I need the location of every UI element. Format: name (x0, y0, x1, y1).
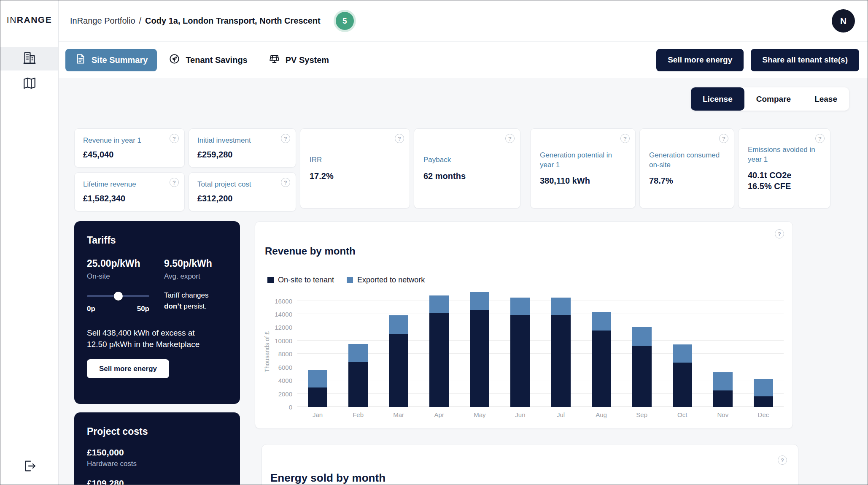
kpi-revenue-year1: Revenue in year 1 £45,040 ? (74, 128, 185, 168)
sell-more-energy-card-button[interactable]: Sell more energy (87, 359, 169, 378)
project-costs-card: Project costs £150,000 Hardware costs £1… (74, 412, 240, 485)
help-icon[interactable]: ? (815, 134, 825, 143)
tab-tenant-savings[interactable]: Tenant Savings (159, 49, 256, 71)
toggle-license[interactable]: License (691, 87, 744, 111)
revenue-chart-title: Revenue by month (265, 245, 793, 257)
kpi-value-line1: 40.1t CO2e (748, 170, 821, 181)
share-tenant-sites-button[interactable]: Share all tenant site(s) (751, 49, 859, 71)
help-icon[interactable]: ? (170, 134, 179, 143)
tariffs-card: Tariffs 25.00p/kWh On-site 0p (74, 221, 240, 404)
help-icon[interactable]: ? (395, 134, 404, 143)
kpi-generation-potential: Generation potential in year 1 380,110 k… (530, 128, 636, 209)
bar-aug (592, 312, 611, 407)
help-icon[interactable]: ? (778, 455, 787, 465)
x-tick-label: Apr (429, 411, 449, 418)
energy-sold-card: ? Energy sold by month (261, 444, 798, 485)
bars-row (297, 291, 784, 407)
legend-label: On-site to tenant (278, 276, 334, 284)
kpi-label: Lifetime revenue (83, 180, 176, 189)
bar-segment-exported (389, 315, 408, 334)
help-icon[interactable]: ? (281, 178, 290, 187)
bar-may (470, 292, 489, 407)
tariff-slider[interactable] (87, 292, 149, 301)
bar-jun (510, 298, 530, 407)
bar-segment-exported (470, 292, 489, 310)
kpi-value: £259,280 (197, 149, 287, 160)
kpi-generation-consumed: Generation consumed on-site 78.7% ? (639, 128, 734, 209)
bar-nov (713, 372, 733, 407)
toggle-compare[interactable]: Compare (744, 87, 803, 111)
tab-label: Site Summary (92, 55, 148, 65)
kpi-emissions-avoided: Emissions avoided in year 1 40.1t CO2e 1… (738, 128, 830, 209)
breadcrumb-current: Cody 1a, London Transport, North Crescen… (145, 16, 321, 26)
y-tick-label: 14000 (275, 311, 292, 318)
solar-panel-icon (269, 53, 280, 67)
avatar[interactable]: N (832, 9, 855, 33)
tab-pv-system[interactable]: PV System (259, 49, 338, 71)
top-actions: Sell more energy Share all tenant site(s… (656, 49, 859, 71)
logout-icon (22, 459, 37, 475)
kpi-payback: Payback 62 months ? (414, 128, 520, 209)
legend-label: Exported to network (357, 276, 425, 284)
x-tick-label: Dec (754, 411, 773, 418)
bar-mar (389, 315, 408, 407)
help-icon[interactable]: ? (620, 134, 630, 143)
note-suffix: persist. (182, 302, 207, 310)
note-bold: don’t (164, 302, 182, 310)
kpi-value: £45,040 (83, 149, 176, 160)
document-icon (75, 53, 86, 67)
kpi-value: 380,110 kWh (540, 175, 626, 186)
x-tick-label: Jul (551, 411, 571, 418)
bar-oct (673, 344, 692, 407)
bar-segment-exported (754, 379, 773, 396)
help-icon[interactable]: ? (719, 134, 728, 143)
help-icon[interactable]: ? (775, 229, 784, 238)
y-tick-label: 8000 (278, 350, 292, 358)
x-tick-label: Feb (348, 411, 368, 418)
x-tick-label: Sep (632, 411, 652, 418)
bar-feb (348, 344, 368, 407)
bar-segment-onsite (389, 334, 408, 407)
kpi-stack-investment: Initial investment £259,280 ? Total proj… (189, 128, 296, 209)
slider-max-label: 50p (137, 305, 149, 313)
kpi-value: 62 months (423, 171, 511, 182)
x-tick-label: Mar (389, 411, 408, 418)
legend-swatch (267, 277, 274, 283)
help-icon[interactable]: ? (281, 134, 290, 143)
logout-button[interactable] (0, 455, 58, 479)
bar-segment-onsite (592, 331, 611, 407)
buildings-icon (22, 51, 37, 67)
bar-segment-onsite (754, 396, 773, 407)
right-column: ? Revenue by month On-site to tenantExpo… (255, 221, 793, 485)
bar-segment-onsite (308, 387, 327, 407)
kpi-total-project-cost: Total project cost £312,200 ? (189, 172, 296, 211)
help-icon[interactable]: ? (170, 178, 179, 187)
sell-more-energy-button[interactable]: Sell more energy (656, 49, 744, 71)
tabs: Site Summary Tenant Savings PV System (65, 49, 338, 71)
breadcrumb-root[interactable]: InRange Portfolio (70, 16, 135, 26)
logo-part-1: IN (7, 15, 17, 24)
toggle-lease[interactable]: Lease (803, 87, 849, 111)
kpi-value-line2: 16.5% CFE (748, 181, 821, 192)
y-tick-label: 0 (289, 404, 292, 411)
bar-segment-exported (551, 298, 571, 315)
legend-item: On-site to tenant (267, 276, 334, 284)
tab-site-summary[interactable]: Site Summary (65, 49, 157, 71)
revenue-chart-card: ? Revenue by month On-site to tenantExpo… (255, 221, 793, 429)
revenue-chart-legend: On-site to tenantExported to network (267, 276, 793, 284)
export-tariff: 9.50p/kWh Avg. export Tariff changes don… (164, 258, 227, 313)
onsite-tariff-label: On-site (87, 272, 164, 281)
tariff-slider-thumb[interactable] (114, 292, 123, 301)
kpi-label: IRR (310, 155, 400, 165)
site-count-badge: 5 (336, 12, 354, 30)
help-icon[interactable]: ? (505, 134, 515, 143)
export-tariff-value: 9.50p/kWh (164, 258, 227, 269)
y-tick-label: 16000 (275, 297, 292, 304)
main-area: InRange Portfolio / Cody 1a, London Tran… (59, 0, 868, 485)
sidebar-item-map[interactable] (0, 72, 58, 96)
kpi-label: Total project cost (197, 180, 287, 189)
logo-part-2: RANGE (17, 15, 52, 24)
sidebar-item-portfolio[interactable] (0, 47, 58, 70)
kpi-initial-investment: Initial investment £259,280 ? (189, 128, 296, 168)
kpi-label: Generation potential in year 1 (540, 151, 626, 169)
